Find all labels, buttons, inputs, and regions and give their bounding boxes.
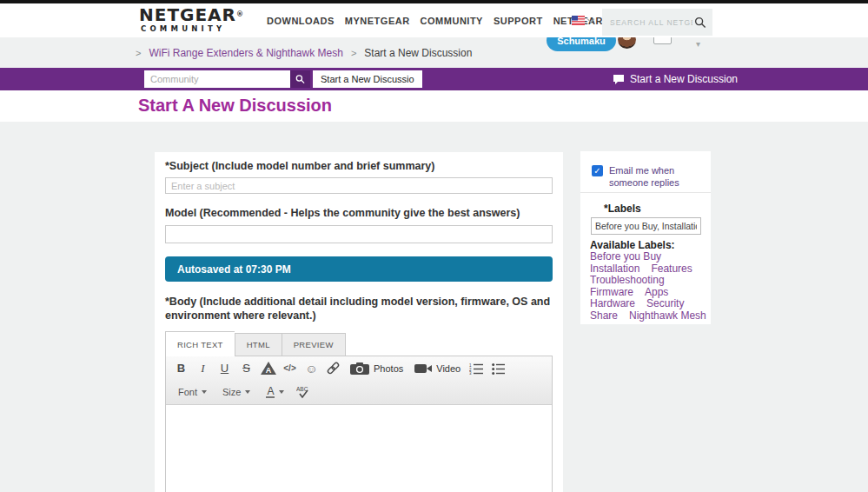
tab-html[interactable]: HTML [235,333,282,356]
labels-input[interactable] [591,217,701,235]
language-selector[interactable] [572,3,593,37]
spellcheck-icon: ABC [296,385,310,399]
strikethrough-button[interactable]: S [235,359,257,378]
unordered-list-button[interactable] [487,359,509,378]
body-label: *Body (Include additional detail includi… [165,295,558,323]
site-header: NETGEAR® COMMUNITY DOWNLOADSMYNETGEARCOM… [0,3,868,37]
community-search-button[interactable] [290,70,310,88]
start-new-discussion-button[interactable]: Start a New Discussio [313,70,422,88]
email-replies-checkbox[interactable]: ✓ [592,165,603,176]
font-dropdown[interactable]: Font [170,387,215,397]
nav-item-support[interactable]: SUPPORT [494,16,543,26]
editor-toolbar: B I U S A </> ☺ [166,356,552,405]
caret-down-icon [245,390,250,394]
label-line: ShareNighthawk Mesh [590,310,706,322]
tab-preview[interactable]: PREVIEW [282,333,346,356]
underline-button[interactable]: U [214,359,235,378]
tab-rich-text[interactable]: RICH TEXT [165,331,235,356]
svg-text:A: A [265,366,271,375]
spoiler-button[interactable]: A [257,359,279,378]
us-flag-icon [572,16,585,25]
top-strip [0,0,868,3]
ordered-list-button[interactable]: 1 2 3 [466,359,487,378]
model-input[interactable] [165,225,553,243]
start-new-discussion-link[interactable]: Start a New Discussion [613,68,738,90]
nav-item-downloads[interactable]: DOWNLOADS [267,16,335,26]
global-search-box[interactable] [602,9,712,36]
editor-tabs: RICH TEXTHTMLPREVIEW [165,331,346,356]
editor-content-area[interactable] [166,405,552,492]
new-discussion-form: *Subject (Include model number and brief… [155,152,563,492]
label-link-nighthawk-mesh[interactable]: Nighthawk Mesh [629,310,706,322]
notifications-caret-icon[interactable]: ▾ [696,39,700,49]
email-replies-label: Email me when someone replies [609,164,703,189]
breadcrumb-separator: > [351,48,356,58]
global-search-input[interactable] [608,17,694,28]
size-dropdown-label: Size [222,387,241,397]
bold-button[interactable]: B [170,359,192,378]
labels-heading: *Labels [604,203,641,215]
text-color-dropdown[interactable]: A [258,386,292,398]
label-line: InstallationFeatures [590,263,706,276]
available-labels-heading: Available Labels: [590,239,675,251]
label-link-before-you-buy[interactable]: Before you Buy [590,251,661,263]
netgear-community-page: NETGEAR® COMMUNITY DOWNLOADSMYNETGEARCOM… [0,0,868,492]
font-dropdown-label: Font [178,387,197,397]
label-link-troubleshooting[interactable]: Troubleshooting [590,275,665,287]
unordered-list-icon [492,362,506,375]
subject-label: *Subject (Include model number and brief… [165,159,434,173]
discussion-options-sidebar: ✓ Email me when someone replies *Labels … [580,151,711,324]
toolbar-row-2: Font Size A ABC [166,380,552,403]
breadcrumb-separator: > [136,48,141,58]
registered-mark: ® [236,10,244,18]
camera-icon [349,362,370,376]
logo-community-text: COMMUNITY [141,24,244,33]
code-button[interactable]: </> [279,359,301,378]
chat-bubble-icon [613,74,625,85]
chevron-down-icon [587,16,594,23]
primary-nav: DOWNLOADSMYNETGEARCOMMUNITYSUPPORTNETGEA… [267,3,603,37]
label-link-installation[interactable]: Installation [590,263,639,276]
ordered-list-icon: 1 2 3 [469,362,484,375]
italic-button[interactable]: I [192,359,214,378]
label-link-apps[interactable]: Apps [645,287,668,299]
breadcrumb: >WiFi Range Extenders & Nighthawk Mesh>S… [136,37,472,68]
search-icon [694,17,706,29]
page-title: Start A New Discussion [138,96,332,116]
link-button[interactable] [322,359,344,378]
model-label: Model (Recommended - Helps the community… [165,206,520,220]
label-line: HardwareSecurity [590,298,706,310]
subject-input[interactable] [165,177,553,194]
spoiler-triangle-icon: A [260,361,277,376]
caret-down-icon [279,390,284,394]
spellcheck-button[interactable]: ABC [292,382,314,402]
label-line: FirmwareApps [590,287,706,299]
breadcrumb-bar: >WiFi Range Extenders & Nighthawk Mesh>S… [0,37,868,68]
label-link-hardware[interactable]: Hardware [590,298,635,310]
available-labels-list: Before you BuyInstallationFeaturesTroubl… [590,251,706,322]
text-color-icon: A [266,386,275,398]
link-icon [326,361,341,376]
label-link-features[interactable]: Features [651,263,692,276]
label-link-security[interactable]: Security [646,298,684,310]
insert-video-button[interactable]: Video [414,362,461,375]
sidebar-divider [580,192,711,193]
start-new-discussion-link-label: Start a New Discussion [630,73,738,85]
community-search-input[interactable] [144,70,290,88]
label-link-firmware[interactable]: Firmware [590,287,633,299]
insert-photos-button[interactable]: Photos [349,362,403,376]
photos-label: Photos [374,363,403,374]
email-replies-option[interactable]: ✓ Email me when someone replies [592,164,703,189]
breadcrumb-link[interactable]: WiFi Range Extenders & Nighthawk Mesh [149,47,342,59]
logo-wordmark: NETGEAR® [139,5,244,24]
search-icon [295,74,305,84]
video-label: Video [436,363,461,374]
emoji-button[interactable]: ☺ [301,359,322,378]
nav-item-community[interactable]: COMMUNITY [421,16,483,26]
video-camera-icon [414,362,433,375]
nav-item-mynetgear[interactable]: MYNETGEAR [345,16,410,26]
label-line: Troubleshooting [590,275,706,287]
label-link-share[interactable]: Share [590,310,618,322]
size-dropdown[interactable]: Size [215,387,258,397]
netgear-community-logo[interactable]: NETGEAR® COMMUNITY [139,5,244,33]
